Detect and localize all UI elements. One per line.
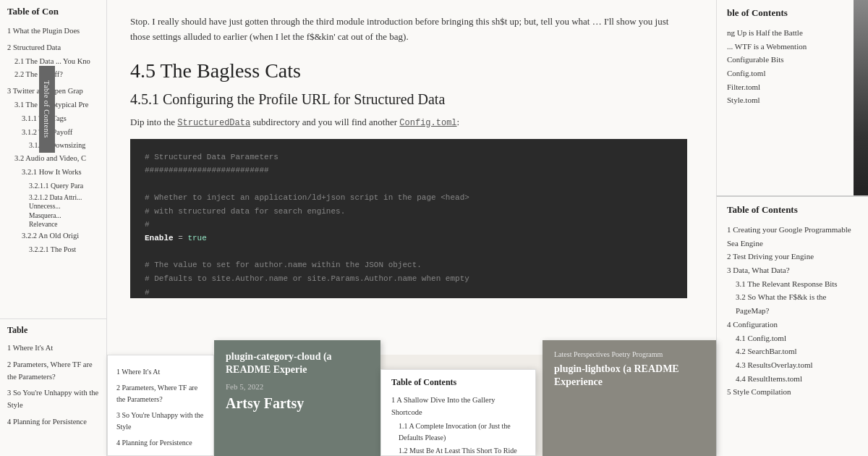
right-toc-top-panel: ble of Contents ng Up is Half the Battle… xyxy=(716,0,868,195)
toc-item[interactable]: 3 Data, What Data? xyxy=(727,263,858,277)
toc-item[interactable]: 3.2.1 How It Works xyxy=(7,166,99,180)
toc-item[interactable]: 3.1 The Relevant Response Bits xyxy=(727,277,858,291)
toc-item[interactable]: 4.1 Config.toml xyxy=(727,332,858,345)
bottom-right-panel: Latest Perspectives Poetry Programm plug… xyxy=(542,340,716,456)
bottom-left-toc-panel: 1 Where It's At 2 Parameters, Where TF a… xyxy=(107,355,214,456)
bottom-right-nav: Latest Perspectives Poetry Programm xyxy=(554,350,705,358)
toc-item[interactable]: 1 Where It's At xyxy=(116,366,205,379)
bottom-center-subtitle: Artsy Fartsy xyxy=(226,394,369,413)
toc-item[interactable]: ... WTF is a Webmention xyxy=(727,40,858,54)
right-image-strip xyxy=(854,0,868,195)
main-article: Stop. I really should have just gotten t… xyxy=(101,0,716,355)
toc-item[interactable]: 1 Where It's At xyxy=(7,342,99,355)
toc-item[interactable]: 1 Creating your Google Programmable Sea … xyxy=(727,223,858,250)
toc-item[interactable]: 1 A Shallow Dive Into the Gallery Shortc… xyxy=(391,394,525,420)
bottom-center-panel: plugin-category-cloud (a README Experie … xyxy=(214,340,380,456)
toc-item[interactable]: 3.2.1.2 Data Attri...Unnecess...Masquera… xyxy=(7,193,99,229)
article-intro: Stop. I really should have just gotten t… xyxy=(130,14,687,45)
toc-item[interactable]: 1.1 A Complete Invocation (or Just the D… xyxy=(391,420,525,444)
bottom-right-title: plugin-lightbox (a README Experience xyxy=(554,363,705,389)
toc-item[interactable]: 3.2.2.1 The Post xyxy=(7,243,99,256)
left-toc-lower-title: Table xyxy=(7,325,99,336)
left-toc-lower-panel: Table 1 Where It's At 2 Parameters, Wher… xyxy=(0,318,107,456)
right-toc-bottom-title: Table of Contents xyxy=(727,204,858,216)
toc-popup-title: Table of Contents xyxy=(391,377,525,388)
toc-item[interactable]: Config.toml xyxy=(727,67,858,80)
toc-item[interactable]: 2 Structured Data xyxy=(7,41,99,55)
toc-item[interactable]: 1.2 Must Be At Least This Short To Ride xyxy=(391,444,525,456)
toc-item[interactable]: ng Up is Half the Battle xyxy=(727,26,858,40)
toc-item[interactable]: 3 So You're Unhappy with the Style xyxy=(7,387,99,413)
code-block: # Structured Data Parameters ###########… xyxy=(130,139,687,298)
right-toc-bottom-panel: Table of Contents 1 Creating your Google… xyxy=(716,195,868,456)
toc-item[interactable]: 3.2 So What the F$&k is the PageMap? xyxy=(727,290,858,317)
article-paragraph: Dip into the StructuredData subdirectory… xyxy=(130,115,687,130)
toc-item[interactable]: 4.2 SearchBar.toml xyxy=(727,345,858,358)
article-h2: 4.5 The Bagless Cats xyxy=(130,59,687,83)
config-toml-link[interactable]: Config.toml xyxy=(399,118,456,128)
toc-item[interactable]: 1 What the Plugin Does xyxy=(7,25,99,38)
structured-data-link[interactable]: StructuredData xyxy=(177,118,250,128)
toc-item[interactable]: 3.2.1.1 Query Para xyxy=(7,180,99,193)
toc-item[interactable]: 4.3 ResultsOverlay.toml xyxy=(727,358,858,372)
toc-item[interactable]: 3 So You're Unhappy with the Style xyxy=(116,409,205,434)
toc-item[interactable]: 3.2 Audio and Video, C xyxy=(7,152,99,166)
article-h3: 4.5.1 Configuring the Profile URL for St… xyxy=(130,91,687,108)
toc-item[interactable]: Filter.toml xyxy=(727,80,858,94)
toc-item[interactable]: Style.toml xyxy=(727,93,858,107)
toc-item[interactable]: 4 Planning for Persistence xyxy=(116,436,205,449)
bottom-center-title: plugin-category-cloud (a README Experie xyxy=(226,350,369,376)
toc-item[interactable]: 2 Test Driving your Engine xyxy=(727,250,858,263)
toc-item[interactable]: 2 Parameters, Where TF are the Parameter… xyxy=(7,358,99,384)
left-toc-title: Table of Con xyxy=(7,6,99,17)
toc-item[interactable]: 4 Planning for Persistence xyxy=(7,415,99,429)
toc-item[interactable]: 3.2.2 An Old Origi xyxy=(7,229,99,243)
toc-item[interactable]: 4.4 ResultItems.toml xyxy=(727,372,858,386)
toc-sidebar-tab[interactable]: Table of Contents xyxy=(39,66,55,153)
toc-item[interactable]: 4 Configuration xyxy=(727,318,858,332)
bottom-center-date: Feb 5, 2022 xyxy=(226,382,369,391)
toc-item[interactable]: Configurable Bits xyxy=(727,53,858,67)
toc-item[interactable]: 2 Parameters, Where TF are the Parameter… xyxy=(116,381,205,406)
toc-item[interactable]: 5 Style Compilation xyxy=(727,385,858,399)
right-toc-top-title: ble of Contents xyxy=(727,7,858,19)
toc-popup-panel: Table of Contents 1 A Shallow Dive Into … xyxy=(380,369,536,456)
